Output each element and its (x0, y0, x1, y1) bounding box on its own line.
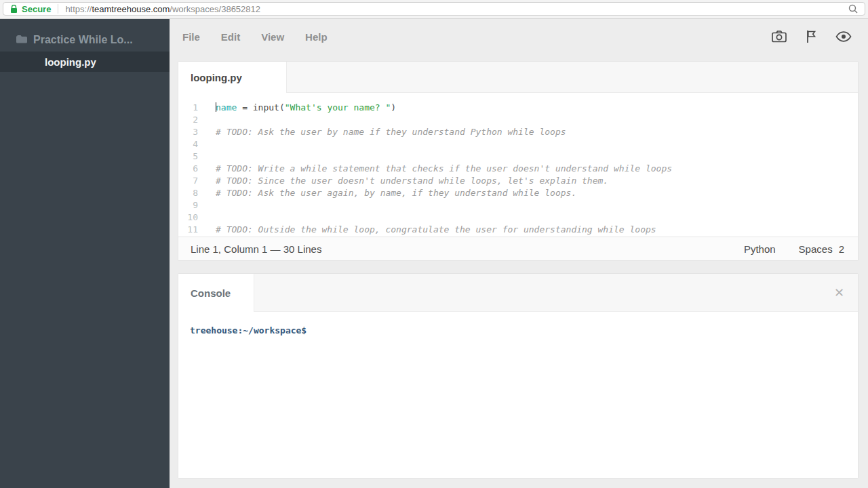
menu-help[interactable]: Help (305, 31, 328, 43)
menubar-icons (772, 19, 852, 54)
folder-icon (16, 34, 27, 46)
console-tab-label: Console (191, 287, 231, 299)
menu-file[interactable]: File (182, 31, 200, 43)
project-folder[interactable]: Practice While Lo... (0, 30, 170, 50)
line-number: 7 (178, 175, 198, 187)
cursor-position-label: Line 1, Column 1 — 30 Lines (191, 243, 321, 255)
line-number: 5 (178, 150, 198, 163)
page-zoom-icon[interactable] (848, 4, 858, 14)
url-host: teamtreehouse.com (92, 4, 170, 14)
url-text[interactable]: https://teamtreehouse.com/workspaces/386… (65, 4, 260, 14)
project-name: Practice While Lo... (33, 34, 133, 46)
eye-icon[interactable] (835, 31, 852, 42)
file-name-label: looping.py (45, 56, 96, 68)
code-line[interactable]: # TODO: Since the user doesn't understan… (216, 175, 858, 187)
menu-view[interactable]: View (261, 31, 284, 43)
camera-icon[interactable] (772, 30, 787, 43)
sidebar-file-looping-py[interactable]: looping.py (0, 52, 170, 72)
tab-console[interactable]: Console (178, 274, 254, 312)
menubar: File Edit View Help (170, 19, 868, 54)
secure-label[interactable]: Secure (22, 4, 51, 14)
code-line[interactable]: # TODO: Write a while statement that che… (216, 163, 858, 175)
editor-tab-label: looping.py (191, 72, 242, 83)
indent-value: 2 (839, 243, 844, 255)
lock-icon (10, 5, 18, 14)
console-tab-row: Console ✕ (178, 274, 858, 312)
code-line[interactable] (216, 150, 858, 163)
code-line[interactable] (216, 211, 858, 224)
code-line[interactable]: # TODO: Ask the user again, by name, if … (216, 187, 858, 199)
line-number: 10 (178, 211, 198, 224)
line-numbers: 1234567891011 (178, 93, 204, 237)
terminal-prompt: treehouse:~/workspace$ (190, 325, 307, 336)
code-line[interactable] (216, 138, 858, 150)
flag-icon[interactable] (806, 30, 816, 43)
editor-panel: looping.py 1234567891011 name = input("W… (178, 61, 859, 261)
status-bar-right: Python Spaces 2 (744, 243, 844, 255)
menu-edit[interactable]: Edit (221, 31, 240, 43)
line-number: 4 (178, 138, 198, 150)
file-sidebar: Practice While Lo... looping.py (0, 19, 170, 488)
code-line[interactable]: name = input("What's your name? ") (216, 102, 858, 114)
editor-status-bar: Line 1, Column 1 — 30 Lines Python Space… (178, 237, 858, 260)
url-bar[interactable]: Secure https://teamtreehouse.com/workspa… (3, 2, 865, 16)
code-line[interactable] (216, 199, 858, 211)
code-line[interactable] (216, 114, 858, 126)
line-number: 3 (178, 126, 198, 138)
workspace-screen: Secure https://teamtreehouse.com/workspa… (0, 0, 868, 488)
workspace-main: File Edit View Help looping.py (170, 19, 868, 488)
line-number: 6 (178, 163, 198, 175)
code-lines: name = input("What's your name? ")# TODO… (204, 93, 858, 237)
close-icon[interactable]: ✕ (834, 287, 844, 299)
url-scheme: https:// (65, 4, 92, 14)
line-number: 8 (178, 187, 198, 199)
indent-label: Spaces (799, 243, 833, 255)
code-editor[interactable]: 1234567891011 name = input("What's your … (178, 93, 858, 237)
indent-setting: Spaces 2 (799, 243, 844, 255)
line-number: 1 (178, 102, 198, 114)
editor-tab-row: looping.py (178, 62, 858, 93)
console-panel: Console ✕ treehouse:~/workspace$ (178, 273, 859, 479)
line-number: 2 (178, 114, 198, 126)
code-line[interactable]: # TODO: Ask the user by name if they und… (216, 126, 858, 138)
line-number: 9 (178, 199, 198, 211)
browser-chrome: Secure https://teamtreehouse.com/workspa… (0, 0, 868, 19)
tab-looping-py[interactable]: looping.py (178, 62, 287, 93)
language-label: Python (744, 243, 776, 255)
code-line[interactable]: # TODO: Outside the while loop, congratu… (216, 224, 858, 236)
url-divider (58, 4, 58, 14)
console-terminal[interactable]: treehouse:~/workspace$ (178, 312, 858, 478)
url-path: /workspaces/38652812 (170, 4, 260, 14)
line-number: 11 (178, 224, 198, 236)
